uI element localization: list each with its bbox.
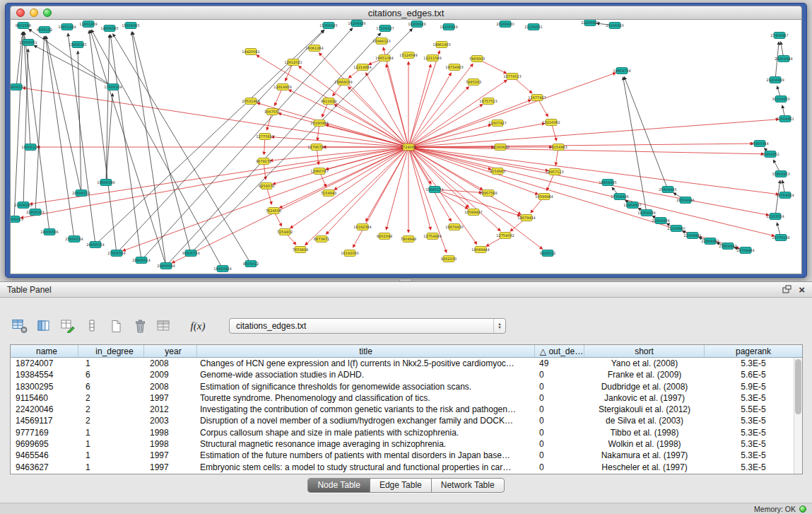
graph-node[interactable]: 10601284 xyxy=(58,24,76,30)
graph-node[interactable]: 3679172 xyxy=(256,158,271,165)
graph-edge[interactable] xyxy=(20,147,408,218)
graph-node[interactable]: 15845174 xyxy=(425,187,443,193)
graph-node[interactable]: 9605192 xyxy=(37,27,52,33)
graph-node[interactable]: 18957568 xyxy=(479,190,497,197)
panel-resize-handle[interactable] xyxy=(399,279,412,282)
graph-edge[interactable] xyxy=(334,104,408,147)
graph-node[interactable]: 23804943 xyxy=(719,243,736,250)
graph-node[interactable]: 22206932 xyxy=(581,20,599,26)
graph-node[interactable]: 34704954 xyxy=(776,192,794,199)
graph-node[interactable]: 9245012 xyxy=(540,250,555,257)
edit-columns-button[interactable] xyxy=(59,317,76,335)
graph-node[interactable]: 24704944 xyxy=(736,247,754,254)
graph-edge[interactable] xyxy=(290,147,408,228)
table-panel-titlebar[interactable]: Table Panel × xyxy=(0,282,812,298)
graph-edge[interactable] xyxy=(89,30,117,253)
graph-node[interactable]: 12103554 xyxy=(766,214,784,220)
graph-node[interactable]: 18668039 xyxy=(334,79,352,86)
table-mode-button[interactable] xyxy=(11,317,28,335)
column-header[interactable]: title xyxy=(197,345,535,357)
graph-node[interactable]: 20204939 xyxy=(652,218,669,224)
graph-node[interactable]: 3067551 xyxy=(264,109,280,115)
graph-edge[interactable] xyxy=(408,147,477,245)
graph-node[interactable]: 31004951 xyxy=(776,116,794,122)
column-header[interactable]: in_degree xyxy=(78,345,144,357)
graph-edge[interactable] xyxy=(34,45,113,87)
graph-node[interactable]: 17106927 xyxy=(376,25,394,32)
new-table-button[interactable] xyxy=(107,317,124,335)
graph-node[interactable]: 8601566 xyxy=(16,23,31,29)
table-row[interactable]: 969969511998Structural magnetic resonanc… xyxy=(11,438,802,450)
graph-node[interactable]: 16192394 xyxy=(353,224,371,230)
tab-edge-table[interactable]: Edge Table xyxy=(370,479,432,492)
float-panel-icon[interactable] xyxy=(782,284,792,296)
graph-node[interactable]: 9811929 xyxy=(321,98,336,105)
table-row[interactable]: 1456911722003Disruption of a novel membe… xyxy=(11,415,802,426)
graph-edge[interactable] xyxy=(279,147,408,208)
graph-edge[interactable] xyxy=(28,29,113,87)
graph-node[interactable]: 15124549 xyxy=(399,52,417,59)
graph-edge[interactable] xyxy=(408,144,753,147)
graph-node[interactable]: 12775813 xyxy=(256,134,273,140)
graph-node[interactable]: 9259379 xyxy=(259,183,274,189)
graph-edge[interactable] xyxy=(90,30,166,266)
graph-node[interactable]: 19861903 xyxy=(433,42,450,48)
column-header[interactable]: △ out_de… xyxy=(535,345,584,357)
graph-node[interactable]: 19049444 xyxy=(471,247,489,253)
graph-node[interactable]: 1724066 xyxy=(401,144,416,151)
graph-node[interactable]: 18206928 xyxy=(408,21,425,28)
graph-edge[interactable] xyxy=(408,147,764,154)
graph-edge[interactable] xyxy=(408,147,769,215)
show-rows-button[interactable] xyxy=(83,317,100,335)
graph-node[interactable]: 32904952 xyxy=(761,151,779,158)
graph-edge[interactable] xyxy=(298,66,408,147)
graph-node[interactable]: 23106933 xyxy=(606,23,623,29)
graph-node[interactable]: 12754849 xyxy=(423,233,441,240)
graph-edge[interactable] xyxy=(68,33,95,245)
network-canvas[interactable]: 1724066151245491221154919734903748530318… xyxy=(11,20,802,274)
table-row[interactable]: 1938455462009Genome-wide association stu… xyxy=(11,369,802,380)
graph-edge[interactable] xyxy=(775,180,780,216)
graph-edge[interactable] xyxy=(305,147,408,245)
graph-node[interactable]: 24606506 xyxy=(40,229,58,235)
graph-node[interactable]: 13606185 xyxy=(69,42,86,48)
graph-node[interactable]: 8605012 xyxy=(243,261,259,267)
table-selector[interactable]: citations_edges.txt ▲▼ xyxy=(229,318,506,334)
graph-node[interactable]: 16651064 xyxy=(375,55,393,62)
graph-node[interactable]: 16061264 xyxy=(305,45,323,52)
graph-node[interactable]: 12211549 xyxy=(423,55,441,62)
graph-edge[interactable] xyxy=(408,73,616,147)
table-row[interactable]: 1872400712008Changes of HCN gene express… xyxy=(11,358,802,369)
graph-node[interactable]: 23606013 xyxy=(11,216,23,223)
graph-node[interactable]: 11607427 xyxy=(488,120,506,127)
close-button[interactable] xyxy=(16,8,25,17)
graph-edge[interactable] xyxy=(408,64,431,147)
graph-edge[interactable] xyxy=(24,32,30,147)
graph-node[interactable]: 15993344 xyxy=(751,141,768,147)
graph-node[interactable]: 10774513 xyxy=(503,74,521,80)
column-header[interactable]: year xyxy=(144,345,197,357)
graph-edge[interactable] xyxy=(46,36,81,193)
graph-node[interactable]: 19106929 xyxy=(440,24,457,30)
table-row[interactable]: 2242004622012Investigating the contribut… xyxy=(11,404,802,415)
graph-node[interactable]: 12796723 xyxy=(307,144,325,151)
graph-node[interactable]: 25604945 xyxy=(659,187,676,193)
graph-node[interactable]: 16206926 xyxy=(348,21,365,27)
graph-node[interactable]: 20531909 xyxy=(242,98,259,105)
graph-node[interactable]: 21606283 xyxy=(14,202,32,209)
graph-node[interactable]: 27606594 xyxy=(107,250,125,257)
graph-edge[interactable] xyxy=(131,32,166,266)
graph-node[interactable]: 7653404 xyxy=(293,247,308,253)
graph-node[interactable]: 7254402 xyxy=(277,229,293,235)
graph-edge[interactable] xyxy=(624,76,668,189)
graph-node[interactable]: 12160620 xyxy=(491,144,509,151)
table-row[interactable]: 946554611997Estimation of the future num… xyxy=(11,450,802,461)
show-columns-button[interactable] xyxy=(35,317,52,335)
graph-node[interactable]: 19304938 xyxy=(637,210,655,216)
graph-node[interactable]: 21106931 xyxy=(524,24,542,30)
tab-node-table[interactable]: Node Table xyxy=(308,479,370,492)
graph-edge[interactable] xyxy=(408,73,452,147)
graph-node[interactable]: 15306925 xyxy=(319,23,337,29)
table-row[interactable]: 977716911998Corpus callosum shape and si… xyxy=(11,427,802,438)
close-panel-icon[interactable]: × xyxy=(799,286,805,294)
